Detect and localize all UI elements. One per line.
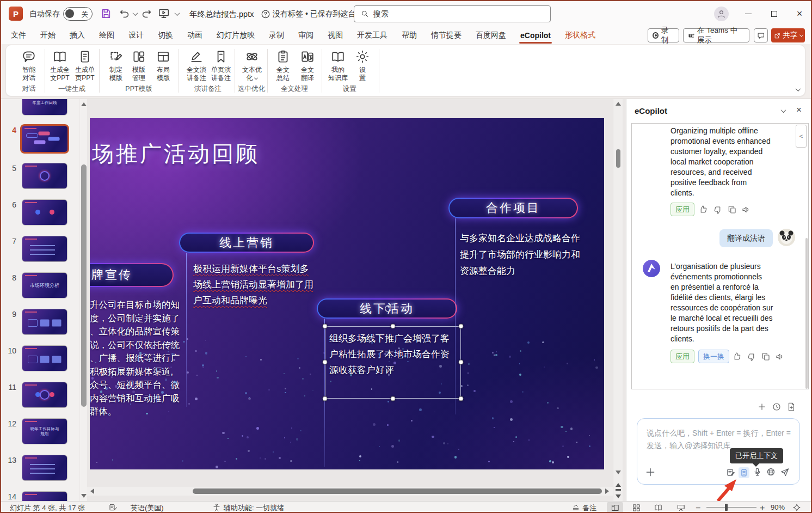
collapse-ribbon-icon[interactable] bbox=[796, 86, 801, 91]
tab-storyboard[interactable]: 情节提要 bbox=[431, 30, 462, 40]
reading-view-button[interactable] bbox=[650, 502, 666, 513]
present-in-teams-button[interactable]: 在 Teams 中展示 bbox=[683, 28, 749, 42]
full-summary-button[interactable]: 全文总结 bbox=[269, 50, 297, 82]
history-icon[interactable] bbox=[772, 402, 782, 412]
slide-thumbnail-5[interactable] bbox=[22, 163, 67, 189]
tab-help[interactable]: 帮助 bbox=[402, 30, 417, 40]
canvas-vertical-scrollbar[interactable] bbox=[613, 99, 623, 501]
zoom-out-button[interactable]: − bbox=[696, 503, 700, 513]
chat-input[interactable]: 说点什么吧，Shift + Enter = 换行，Enter = 发送，输入@选… bbox=[637, 418, 800, 485]
cooperation-pill[interactable]: 合作项目 bbox=[448, 198, 578, 218]
new-file-icon[interactable] bbox=[786, 402, 796, 412]
full-translate-button[interactable]: 全文翻译 bbox=[294, 50, 321, 82]
slide-thumbnail-12[interactable]: 明年工作目标与规划 bbox=[22, 418, 67, 444]
redo-icon[interactable] bbox=[140, 8, 152, 20]
generate-full-ppt-button[interactable]: 生成全文PPT bbox=[46, 50, 73, 82]
zoom-slider-thumb[interactable] bbox=[725, 504, 728, 511]
my-knowledge-button[interactable]: 我的知识库 bbox=[324, 50, 352, 82]
notes-button[interactable]: 备注 bbox=[582, 503, 596, 513]
zoom-level[interactable]: 90% bbox=[771, 503, 785, 511]
slide-thumbnail-10[interactable] bbox=[22, 345, 67, 371]
comments-button[interactable] bbox=[754, 28, 768, 42]
canvas-hscrollbar-thumb[interactable] bbox=[193, 488, 602, 494]
cooperation-text[interactable]: 与多家知名企业达成战略合作 提升了市场部的行业影响力和 资源整合能力 bbox=[460, 230, 580, 279]
generate-single-ppt-button[interactable]: 生成单页PPT bbox=[71, 50, 99, 82]
slide-thumbnail-3[interactable]: 年度工作回顾 bbox=[22, 99, 67, 115]
selection-handle[interactable] bbox=[323, 324, 328, 329]
swap-button[interactable]: 换一换 bbox=[698, 350, 729, 363]
thumbnail-scrollbar[interactable] bbox=[80, 99, 87, 501]
undo-icon[interactable] bbox=[119, 8, 131, 20]
tab-developer[interactable]: 开发工具 bbox=[357, 30, 387, 40]
normal-view-button[interactable] bbox=[607, 502, 623, 513]
close-button[interactable]: × bbox=[790, 5, 809, 22]
canvas-vscrollbar-thumb[interactable] bbox=[616, 149, 620, 168]
tab-shape-format[interactable]: 形状格式 bbox=[565, 30, 595, 40]
chat-collapse-tab[interactable]: < bbox=[796, 125, 807, 148]
canvas-horizontal-scrollbar[interactable] bbox=[87, 487, 613, 496]
undo-dropdown-icon[interactable] bbox=[133, 10, 138, 16]
brand-pill[interactable]: 品牌宣传 bbox=[90, 263, 174, 287]
read-aloud-icon[interactable] bbox=[775, 352, 785, 362]
copy-icon[interactable] bbox=[727, 205, 737, 215]
tab-ecopilot[interactable]: eCopilot bbox=[520, 31, 551, 40]
thumbs-up-icon[interactable] bbox=[732, 351, 742, 361]
offline-events-text[interactable]: 组织多场线下推广会增强了客 户粘性拓展了本地市场合作资 源收获客户好评 bbox=[329, 331, 450, 378]
full-speech-notes-button[interactable]: 全文演讲备注 bbox=[183, 50, 210, 82]
chat-scrollbar-thumb[interactable] bbox=[805, 238, 808, 389]
tab-review[interactable]: 审阅 bbox=[298, 30, 313, 40]
online-marketing-text[interactable]: 极积运用新媒体平台s策划多 场线上营销活动显著增加了用 户互动和品牌曝光 bbox=[193, 261, 313, 308]
panel-close-icon[interactable]: × bbox=[796, 105, 802, 115]
text-optimize-button[interactable]: 文本优 化 bbox=[238, 50, 266, 82]
next-slide-button[interactable] bbox=[616, 489, 621, 500]
slideshow-view-button[interactable] bbox=[673, 502, 689, 513]
web-search-icon[interactable] bbox=[766, 467, 777, 478]
record-button[interactable]: 录制 bbox=[648, 28, 679, 42]
search-input[interactable]: 搜索 bbox=[354, 5, 551, 22]
send-icon[interactable] bbox=[780, 467, 791, 478]
selection-handle[interactable] bbox=[459, 360, 464, 365]
single-speech-notes-button[interactable]: 单页演讲备注 bbox=[207, 50, 235, 82]
spellcheck-icon[interactable] bbox=[109, 503, 118, 512]
slide-thumbnail-13[interactable] bbox=[22, 455, 67, 481]
slide-canvas[interactable]: 场推广活动回顾 品牌宣传 升公司在目标市场的知度，公司制定并实施了 、立体化的品… bbox=[90, 118, 604, 469]
selection-handle[interactable] bbox=[459, 396, 464, 401]
thumbs-up-icon[interactable] bbox=[698, 204, 708, 214]
selection-handle[interactable] bbox=[323, 360, 328, 365]
thumbs-down-icon[interactable] bbox=[713, 205, 723, 215]
minimize-button[interactable] bbox=[739, 5, 758, 22]
rotate-handle-icon[interactable] bbox=[383, 303, 393, 314]
apply-button[interactable]: 应用 bbox=[670, 203, 694, 216]
apply-button-2[interactable]: 应用 bbox=[670, 350, 694, 363]
tab-animations[interactable]: 动画 bbox=[187, 30, 202, 40]
slide-title[interactable]: 场推广活动回顾 bbox=[92, 139, 260, 169]
panel-collapse-icon[interactable] bbox=[781, 107, 786, 113]
account-avatar[interactable] bbox=[714, 7, 729, 21]
maximize-button[interactable] bbox=[765, 5, 783, 22]
chat-history[interactable]: Organizing multiple offlinepromotional e… bbox=[631, 123, 809, 389]
canvas-scroll-left-icon[interactable] bbox=[90, 488, 94, 494]
tab-view[interactable]: 视图 bbox=[328, 30, 343, 40]
slide-thumbnail-14[interactable] bbox=[22, 491, 67, 501]
tab-design[interactable]: 设计 bbox=[128, 30, 144, 40]
selection-handle[interactable] bbox=[391, 396, 396, 401]
slide-thumbnail-9[interactable] bbox=[22, 309, 67, 335]
new-topic-icon[interactable] bbox=[757, 402, 767, 412]
share-button[interactable]: 共享 bbox=[771, 28, 805, 42]
start-presentation-icon[interactable] bbox=[158, 8, 170, 20]
zoom-in-button[interactable]: + bbox=[760, 503, 765, 513]
slide-thumbnail-11[interactable] bbox=[22, 382, 67, 408]
canvas-scroll-up-icon[interactable] bbox=[616, 102, 621, 106]
read-aloud-icon[interactable] bbox=[741, 205, 751, 215]
language-status[interactable]: 英语(美国) bbox=[131, 503, 164, 513]
selection-handle[interactable] bbox=[391, 324, 396, 329]
tab-baidu-netdisk[interactable]: 百度网盘 bbox=[476, 30, 506, 40]
online-marketing-pill[interactable]: 线上营销 bbox=[179, 233, 314, 253]
label-icon[interactable] bbox=[261, 9, 270, 19]
slide-counter[interactable]: 幻灯片 第 4 张, 共 17 张 bbox=[10, 503, 85, 513]
save-icon[interactable] bbox=[100, 8, 112, 20]
thumbnail-scroll-down-icon[interactable] bbox=[81, 494, 87, 498]
brand-text[interactable]: 升公司在目标市场的知度，公司制定并实施了 、立体化的品牌宣传策说，公司不仅依托传… bbox=[90, 298, 180, 418]
tab-slideshow[interactable]: 幻灯片放映 bbox=[217, 30, 255, 40]
thumbnail-scrollbar-thumb[interactable] bbox=[81, 164, 87, 407]
